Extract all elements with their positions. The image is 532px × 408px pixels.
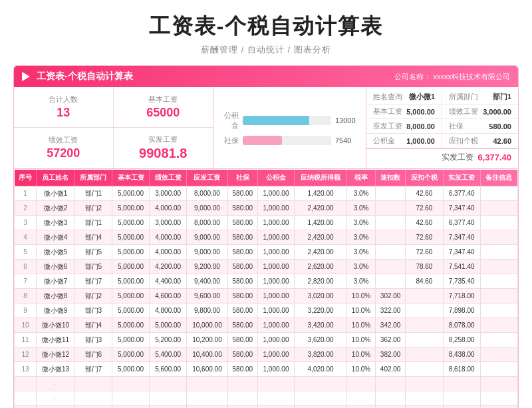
table-cell: 12 bbox=[15, 347, 37, 362]
table-cell: 1,000.00 bbox=[258, 245, 295, 260]
table-cell: 1,420.00 bbox=[294, 216, 346, 230]
table-col-header: 员工姓名 bbox=[37, 170, 74, 186]
table-cell: 部门3 bbox=[74, 333, 112, 347]
sr-stat-cell: 绩效工资3,000.00 bbox=[442, 104, 518, 119]
table-cell bbox=[480, 230, 517, 245]
table-cell: 4,800.00 bbox=[150, 304, 187, 318]
table-cell: 10,000.00 bbox=[187, 318, 227, 333]
table-row: 12微小微12部门65,000.005,400.0010,400.00580.0… bbox=[15, 347, 518, 362]
table-cell: 9 bbox=[15, 304, 37, 318]
table-col-header: 绩效工资 bbox=[150, 170, 187, 186]
table-col-header: 实发工资 bbox=[443, 170, 480, 186]
table-cell: 42.60 bbox=[406, 216, 443, 230]
table-cell: 580.00 bbox=[227, 260, 257, 274]
table-cell: 1,000.00 bbox=[258, 216, 295, 230]
table-cell: 4,000.00 bbox=[150, 230, 187, 245]
table-cell: 1,000.00 bbox=[258, 362, 295, 377]
table-cell: 580.00 bbox=[227, 362, 257, 377]
table-cell bbox=[480, 362, 517, 377]
table-cell: 微小微1 bbox=[37, 186, 74, 201]
table-cell bbox=[375, 216, 405, 230]
main-card: 工资表-个税自动计算表 公司名称： xxxxx科技技术有限公司 合计人数 13 … bbox=[13, 65, 519, 408]
table-cell bbox=[480, 245, 517, 260]
table-cell: 微小微11 bbox=[37, 333, 74, 347]
table-row: 13微小微13部门75,000.005,600.0010,600.00580.0… bbox=[15, 362, 518, 377]
table-cell bbox=[480, 304, 517, 318]
table-col-header: 税率 bbox=[347, 170, 376, 186]
table-cell: 1,000.00 bbox=[258, 333, 295, 347]
table-row: 2微小微2部门25,000.004,000.009,000.00580.001,… bbox=[15, 201, 518, 216]
table-cell: 362.00 bbox=[375, 333, 405, 347]
table-cell bbox=[406, 304, 443, 318]
table-cell: 3.0% bbox=[347, 260, 376, 274]
table-cell: 72.60 bbox=[406, 245, 443, 260]
table-cell: 6,377.40 bbox=[443, 216, 480, 230]
table-cell: 10.0% bbox=[347, 318, 376, 333]
table-cell: 302.00 bbox=[375, 289, 405, 304]
table-cell: 5,000.00 bbox=[112, 333, 149, 347]
table-cell: 10.0% bbox=[347, 362, 376, 377]
table-cell: 5 bbox=[15, 245, 37, 260]
table-cell: 5,000.00 bbox=[112, 186, 149, 201]
sr-stat-cell: 基本工资5,000.00 bbox=[366, 104, 442, 119]
table-cell: 580.00 bbox=[227, 274, 257, 289]
table-cell: 4,000.00 bbox=[150, 201, 187, 216]
table-cell bbox=[480, 289, 517, 304]
table-cell: 1,000.00 bbox=[258, 260, 295, 274]
table-cell bbox=[406, 289, 443, 304]
table-cell bbox=[375, 201, 405, 216]
table-col-header: 应纳税所得额 bbox=[294, 170, 346, 186]
table-cell: 2,420.00 bbox=[294, 230, 346, 245]
table-cell: 部门3 bbox=[74, 304, 112, 318]
table-cell: 部门6 bbox=[74, 347, 112, 362]
table-cell: 微小微3 bbox=[37, 216, 74, 230]
page-subtitle: 薪酬管理 / 自动统计 / 图表分析 bbox=[13, 44, 519, 56]
table-cell: 3,420.00 bbox=[294, 318, 346, 333]
table-cell: 72.60 bbox=[406, 230, 443, 245]
table-cell: 72.60 bbox=[406, 201, 443, 216]
table-cell bbox=[375, 230, 405, 245]
table-cell: 部门2 bbox=[74, 289, 112, 304]
table-cell: 10,200.00 bbox=[187, 333, 227, 347]
table-cell: 4,400.00 bbox=[150, 274, 187, 289]
table-cell: 微小微9 bbox=[37, 304, 74, 318]
table-cell: 微小微8 bbox=[37, 289, 74, 304]
table-cell: 580.00 bbox=[227, 230, 257, 245]
table-cell: 4,600.00 bbox=[150, 289, 187, 304]
table-cell: 1,000.00 bbox=[258, 289, 295, 304]
basic-salary-cell: 基本工资 65000 bbox=[114, 87, 213, 128]
table-cell: 9,200.00 bbox=[187, 260, 227, 274]
table-cell: 7,735.40 bbox=[443, 274, 480, 289]
table-cell: 42.60 bbox=[406, 186, 443, 201]
table-cell: 5,000.00 bbox=[150, 318, 187, 333]
table-cell: 580.00 bbox=[227, 216, 257, 230]
table-cell: 5,000.00 bbox=[112, 260, 149, 274]
table-cell: 4,020.00 bbox=[294, 362, 346, 377]
table-cell: 13 bbox=[15, 362, 37, 377]
table-cell: 2,420.00 bbox=[294, 245, 346, 260]
table-cell: 4 bbox=[15, 230, 37, 245]
table-cell: 1,000.00 bbox=[258, 201, 295, 216]
gjj-bar-fill bbox=[243, 116, 309, 125]
table-cell: 9,600.00 bbox=[187, 289, 227, 304]
table-row: 4微小微4部门45,000.004,000.009,000.00580.001,… bbox=[15, 230, 518, 245]
table-cell: 11 bbox=[15, 333, 37, 347]
table-cell: 8,000.00 bbox=[187, 186, 227, 201]
table-cell: 3.0% bbox=[347, 274, 376, 289]
table-cell: 5,000.00 bbox=[112, 201, 149, 216]
table-cell: 2 bbox=[15, 201, 37, 216]
table-cell: 5,000.00 bbox=[112, 289, 149, 304]
table-cell: 10.0% bbox=[347, 304, 376, 318]
table-cell: 部门1 bbox=[74, 216, 112, 230]
table-col-header: 备注信息 bbox=[480, 170, 517, 186]
table-cell: 7,541.40 bbox=[443, 260, 480, 274]
table-cell: 9,000.00 bbox=[187, 245, 227, 260]
table-cell: 5,000.00 bbox=[112, 347, 149, 362]
table-cell: 1,000.00 bbox=[258, 274, 295, 289]
table-cell: 1,000.00 bbox=[258, 230, 295, 245]
table-cell: 3.0% bbox=[347, 245, 376, 260]
table-cell: 580.00 bbox=[227, 186, 257, 201]
table-cell: 10.0% bbox=[347, 333, 376, 347]
table-cell: 部门4 bbox=[74, 230, 112, 245]
table-row: 11微小微11部门35,000.005,200.0010,200.00580.0… bbox=[15, 333, 518, 347]
